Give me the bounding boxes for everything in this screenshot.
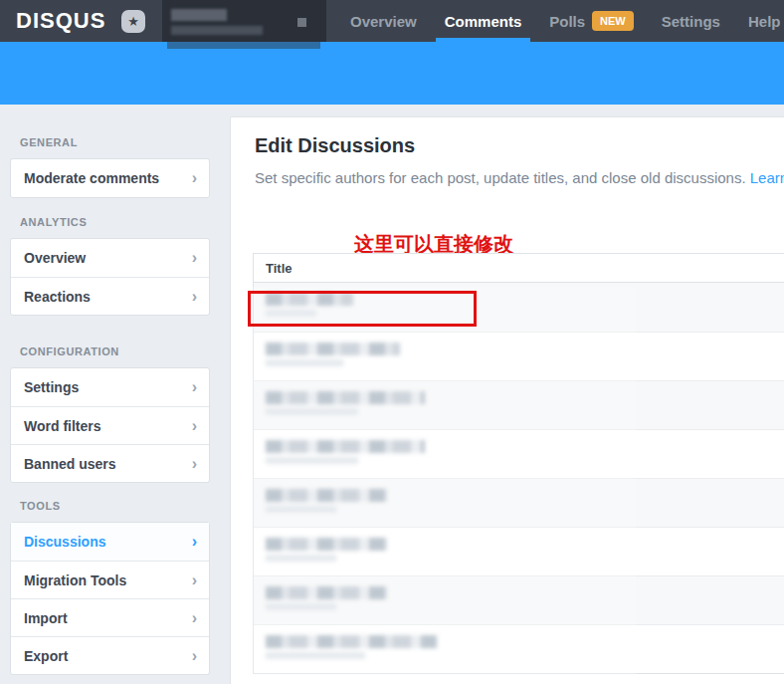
chevron-right-icon: › bbox=[192, 445, 197, 483]
table-row[interactable] bbox=[254, 624, 784, 673]
chevron-right-icon: › bbox=[192, 523, 197, 561]
sidebar-item-label: Overview bbox=[24, 250, 86, 266]
nav-item-comments[interactable]: Comments bbox=[445, 0, 522, 42]
sidebar-item-discussions[interactable]: Discussions› bbox=[11, 523, 209, 561]
sidebar-group: Overview›Reactions› bbox=[10, 238, 210, 316]
sidebar-group: Settings›Word filters›Banned users› bbox=[10, 367, 210, 483]
chevron-right-icon: › bbox=[192, 159, 197, 197]
disqus-logo: DISQUS bbox=[16, 0, 105, 42]
learn-more-link[interactable]: Learn more bbox=[750, 169, 784, 186]
nav-item-label: Polls bbox=[549, 13, 585, 30]
table-row[interactable] bbox=[254, 332, 784, 380]
sidebar-item-reactions[interactable]: Reactions› bbox=[11, 277, 209, 315]
sidebar-section-title: GENERAL bbox=[20, 136, 210, 149]
table-row[interactable] bbox=[254, 575, 784, 624]
chevron-right-icon: › bbox=[192, 278, 197, 316]
red-annotation-box bbox=[248, 291, 477, 327]
redacted-title-text bbox=[266, 538, 387, 562]
sidebar-item-label: Export bbox=[24, 648, 68, 664]
sidebar-item-label: Reactions bbox=[24, 289, 91, 305]
sidebar-item-settings[interactable]: Settings› bbox=[11, 368, 209, 406]
main-content-panel: Edit Discussions Set specific authors fo… bbox=[230, 116, 784, 684]
sidebar-group: Moderate comments› bbox=[10, 158, 210, 198]
page-title: Edit Discussions bbox=[255, 131, 415, 159]
sidebar-navigation: GENERALModerate comments›ANALYTICSOvervi… bbox=[10, 105, 210, 675]
table-row[interactable] bbox=[254, 380, 784, 429]
sidebar-item-label: Import bbox=[24, 610, 68, 626]
sidebar-section-configuration: CONFIGURATIONSettings›Word filters›Banne… bbox=[10, 345, 210, 483]
sidebar-item-label: Moderate comments bbox=[24, 170, 159, 186]
redacted-title-text bbox=[266, 440, 425, 464]
description-text: Set specific authors for each post, upda… bbox=[255, 169, 750, 186]
nav-item-overview[interactable]: Overview bbox=[350, 0, 417, 42]
chevron-right-icon: › bbox=[192, 368, 197, 406]
site-selector-dropdown[interactable] bbox=[162, 0, 326, 42]
site-tab-underline bbox=[167, 42, 320, 49]
chevron-right-icon: › bbox=[192, 407, 197, 445]
sidebar-group: Discussions›Migration Tools›Import›Expor… bbox=[10, 522, 210, 675]
chevron-right-icon: › bbox=[192, 562, 197, 599]
sidebar-item-label: Word filters bbox=[24, 418, 101, 434]
redacted-title-text bbox=[266, 391, 425, 415]
redacted-title-text bbox=[266, 586, 387, 610]
sidebar-item-label: Migration Tools bbox=[24, 572, 126, 588]
sidebar-item-label: Discussions bbox=[24, 534, 105, 550]
blue-banner bbox=[0, 42, 784, 105]
redacted-title-text bbox=[266, 489, 387, 513]
sidebar-item-banned-users[interactable]: Banned users› bbox=[11, 444, 209, 482]
chevron-right-icon: › bbox=[192, 239, 197, 277]
sidebar-section-analytics: ANALYTICSOverview›Reactions› bbox=[10, 216, 210, 316]
chevron-right-icon: › bbox=[192, 599, 197, 637]
sidebar-section-tools: TOOLSDiscussions›Migration Tools›Import›… bbox=[10, 500, 210, 675]
nav-item-label: Comments bbox=[445, 13, 522, 30]
active-tab-underline bbox=[436, 38, 531, 42]
sidebar-section-title: CONFIGURATION bbox=[20, 345, 210, 358]
sidebar-item-label: Settings bbox=[24, 379, 79, 395]
star-icon: ★ bbox=[121, 10, 145, 33]
nav-item-label: Help bbox=[748, 13, 781, 30]
sidebar-section-title: ANALYTICS bbox=[20, 216, 210, 229]
sidebar-item-word-filters[interactable]: Word filters› bbox=[11, 406, 209, 444]
redacted-site-name bbox=[171, 9, 263, 35]
sidebar-section-general: GENERALModerate comments› bbox=[10, 136, 210, 198]
sidebar-item-import[interactable]: Import› bbox=[11, 598, 209, 636]
top-navigation-bar: DISQUS ★ OverviewCommentsPollsNEWSetting… bbox=[0, 0, 784, 42]
sidebar-item-label: Banned users bbox=[24, 456, 116, 472]
sidebar-section-title: TOOLS bbox=[20, 500, 210, 513]
sidebar-item-moderate-comments[interactable]: Moderate comments› bbox=[11, 159, 209, 197]
page-description: Set specific authors for each post, upda… bbox=[255, 169, 784, 186]
redacted-title-text bbox=[266, 635, 437, 659]
new-badge: NEW bbox=[592, 11, 634, 31]
nav-item-help[interactable]: Help bbox=[748, 0, 781, 42]
nav-item-polls[interactable]: PollsNEW bbox=[549, 0, 634, 42]
table-header-title: Title bbox=[254, 254, 784, 283]
sidebar-item-export[interactable]: Export› bbox=[11, 636, 209, 674]
nav-item-label: Overview bbox=[350, 13, 417, 30]
table-row[interactable] bbox=[254, 527, 784, 575]
table-row[interactable] bbox=[254, 478, 784, 527]
nav-item-label: Settings bbox=[662, 13, 720, 30]
dropdown-caret-icon bbox=[297, 18, 306, 27]
chevron-right-icon: › bbox=[192, 637, 197, 675]
table-row[interactable] bbox=[254, 429, 784, 478]
sidebar-item-migration-tools[interactable]: Migration Tools› bbox=[11, 561, 209, 598]
top-nav-links: OverviewCommentsPollsNEWSettingsHelp bbox=[350, 0, 780, 42]
nav-item-settings[interactable]: Settings bbox=[662, 0, 720, 42]
disqus-admin-screen: DISQUS ★ OverviewCommentsPollsNEWSetting… bbox=[0, 0, 784, 684]
sidebar-item-overview[interactable]: Overview› bbox=[11, 239, 209, 277]
redacted-title-text bbox=[266, 342, 400, 366]
